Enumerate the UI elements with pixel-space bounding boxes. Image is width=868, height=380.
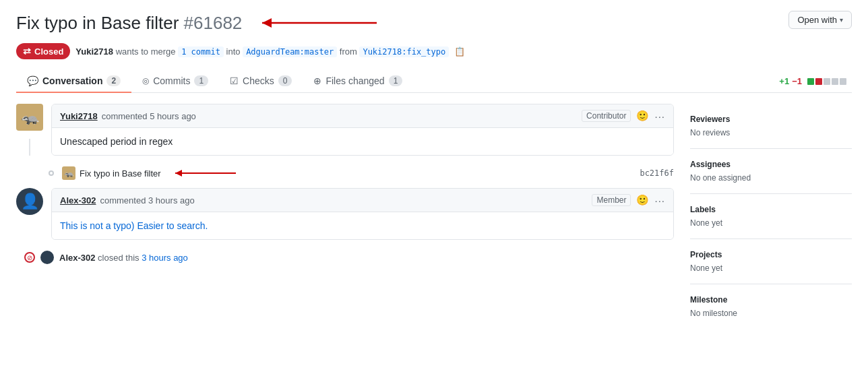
comment-author-1[interactable]: Yuki2718	[60, 111, 98, 121]
commit-row: 🦡 Fix typo in Base filter bc21f6f	[51, 166, 674, 180]
diff-deletions: −1	[792, 76, 802, 86]
svg-marker-1	[262, 18, 272, 28]
comment-header-right-1: Contributor 🙂 ···	[582, 110, 665, 122]
comment-time-2: commented 3 hours ago	[100, 195, 194, 205]
tab-conversation-label: Conversation	[42, 75, 102, 86]
more-options-2[interactable]: ···	[654, 195, 665, 206]
comment-thread-1: 🦡 Yuki2718 commented 5 hours ago Contrib…	[16, 104, 674, 156]
main-content: 🦡 Yuki2718 commented 5 hours ago Contrib…	[16, 104, 674, 329]
copy-branch-icon[interactable]: 📋	[454, 46, 465, 57]
commit-arrow	[165, 166, 246, 180]
comment-header-2: Alex-302 commented 3 hours ago Member 🙂 …	[52, 189, 673, 212]
reviewers-label: Reviewers	[690, 115, 852, 124]
labels-value: None yet	[690, 218, 852, 228]
checks-count: 0	[278, 75, 292, 86]
role-badge-1: Contributor	[582, 110, 631, 122]
comment-header-left-1: Yuki2718 commented 5 hours ago	[60, 111, 196, 121]
sidebar-assignees: Assignees No one assigned	[690, 149, 852, 194]
files-count: 1	[389, 75, 403, 86]
commit-sha: bc21f6f	[640, 168, 674, 178]
comment-time-1: commented 5 hours ago	[102, 111, 196, 121]
tab-checks[interactable]: ☑ Checks 0	[219, 70, 303, 93]
conversation-count: 2	[106, 75, 121, 86]
comment-body-1: Unescaped period in regex	[52, 128, 673, 155]
arrow-annotation	[242, 11, 390, 35]
comment-box-2: Alex-302 commented 3 hours ago Member 🙂 …	[51, 188, 674, 240]
diff-block-1	[807, 78, 814, 85]
diff-block-5	[840, 78, 846, 85]
meta-description: Yuki2718 wants to merge 1 commit into Ad…	[75, 46, 449, 57]
pr-title-row: Fix typo in Base filter #61682	[16, 11, 390, 35]
projects-label: Projects	[690, 250, 852, 259]
tab-files-changed[interactable]: ⊕ Files changed 1	[303, 70, 413, 93]
sidebar-reviewers: Reviewers No reviews	[690, 104, 852, 149]
status-badge: ⇄ Closed	[16, 43, 70, 59]
pr-number: #61682	[184, 13, 243, 33]
tab-commits-label: Commits	[153, 75, 190, 86]
thread-connector	[29, 139, 30, 156]
chevron-down-icon: ▾	[840, 16, 843, 24]
comment-body-2: This is not a typo) Easier to search.	[52, 212, 673, 239]
commit-avatar: 🦡	[62, 166, 75, 180]
assignees-value: No one assigned	[690, 173, 852, 183]
conversation-icon: 💬	[27, 75, 38, 86]
tab-files-label: Files changed	[326, 75, 384, 86]
status-text: Closed	[34, 46, 63, 57]
commit-node	[49, 170, 54, 176]
tabs-bar: 💬 Conversation 2 ◎ Commits 1 ☑ Checks 0 …	[16, 70, 852, 93]
pr-meta: ⇄ Closed Yuki2718 wants to merge 1 commi…	[16, 43, 852, 59]
checks-icon: ☑	[230, 75, 239, 86]
commits-count: 1	[194, 75, 208, 86]
more-options-1[interactable]: ···	[654, 110, 665, 122]
svg-marker-3	[175, 170, 182, 177]
pr-header: Fix typo in Base filter #61682 Open with…	[16, 11, 852, 35]
merge-icon: ⇄	[23, 46, 31, 57]
diff-additions: +1	[779, 76, 789, 86]
open-with-label: Open with	[797, 15, 837, 25]
tab-conversation[interactable]: 💬 Conversation 2	[16, 70, 131, 93]
avatar-yuki2718: 🦡	[16, 104, 43, 131]
comment-author-2[interactable]: Alex-302	[60, 195, 96, 205]
commit-count-link[interactable]: 1 commit	[178, 46, 224, 57]
sidebar-projects: Projects None yet	[690, 239, 852, 284]
closed-icon: ⊘	[24, 252, 35, 263]
reviewers-value: No reviews	[690, 128, 852, 137]
avatar-alex302: 👤	[16, 188, 43, 215]
emoji-button-2[interactable]: 🙂	[636, 194, 649, 206]
comment-header-left-2: Alex-302 commented 3 hours ago	[60, 195, 195, 205]
diff-block-4	[832, 78, 838, 85]
commit-title-link[interactable]: Fix typo in Base filter	[80, 168, 161, 179]
pr-title: Fix typo in Base filter #61682	[16, 13, 242, 34]
diff-block-3	[824, 78, 830, 85]
comment-thread-2: 👤 Alex-302 commented 3 hours ago Member …	[16, 188, 674, 240]
content-area: 🦡 Yuki2718 commented 5 hours ago Contrib…	[16, 104, 852, 329]
tab-checks-label: Checks	[243, 75, 274, 86]
comment-header-1: Yuki2718 commented 5 hours ago Contribut…	[52, 104, 673, 128]
files-icon: ⊕	[313, 75, 321, 86]
role-badge-2: Member	[592, 194, 631, 206]
diff-bar	[807, 78, 846, 85]
sidebar-labels: Labels None yet	[690, 194, 852, 239]
projects-value: None yet	[690, 263, 852, 273]
assignees-label: Assignees	[690, 160, 852, 169]
open-with-button[interactable]: Open with ▾	[788, 11, 852, 29]
emoji-button-1[interactable]: 🙂	[636, 110, 649, 122]
diff-block-2	[815, 78, 822, 85]
milestone-value: No milestone	[690, 309, 852, 318]
labels-label: Labels	[690, 205, 852, 214]
sidebar-milestone: Milestone No milestone	[690, 284, 852, 329]
commit-content: 🦡 Fix typo in Base filter	[62, 166, 246, 180]
source-branch-link[interactable]: Yuki2718:fix_typo	[359, 46, 449, 57]
timeline-closed-event: ⊘ Alex-302 closed this 3 hours ago	[24, 251, 674, 264]
pr-author-link[interactable]: Yuki2718	[75, 46, 113, 57]
diff-stat: +1 −1	[779, 76, 852, 86]
milestone-label: Milestone	[690, 295, 852, 305]
timeline-time[interactable]: 3 hours ago	[142, 253, 188, 263]
tab-commits[interactable]: ◎ Commits 1	[131, 70, 219, 93]
target-branch-link[interactable]: AdguardTeam:master	[243, 46, 337, 57]
comment-header-right-2: Member 🙂 ···	[592, 194, 665, 206]
comment-body-2-text: This is not a typo) Easier to search.	[60, 220, 208, 231]
timeline-avatar	[40, 251, 54, 264]
comment-box-1: Yuki2718 commented 5 hours ago Contribut…	[51, 104, 674, 156]
timeline-author[interactable]: Alex-302	[59, 253, 95, 263]
